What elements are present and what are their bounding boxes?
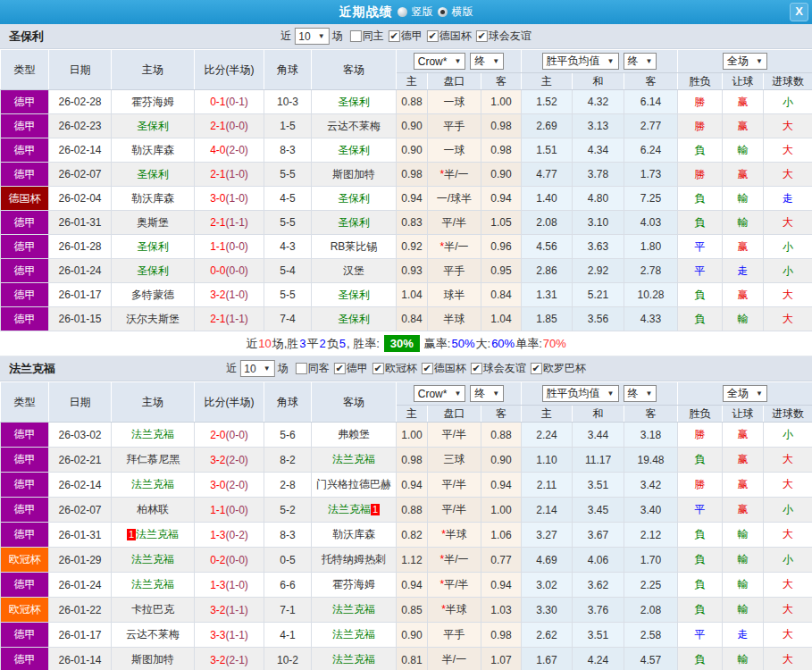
team-label: 柏林联 (137, 503, 169, 515)
league-德国杯-checkbox[interactable]: ✔ (422, 363, 433, 374)
match-count-value: 10 (244, 363, 255, 375)
fulltime-score: 2-1 (210, 168, 225, 180)
handicap-away-odds: 1.03 (481, 598, 522, 623)
odds-source-select[interactable]: Crow*▼ (414, 53, 466, 70)
avg-draw-odds: 3.45 (573, 498, 624, 523)
scope-select[interactable]: 全场▼ (723, 385, 767, 402)
chevron-down-icon: ▼ (454, 389, 461, 398)
home-team-cell: 法兰克福 (112, 423, 195, 448)
corner-cell: 7-4 (264, 307, 312, 331)
handicap-home-odds: 0.90 (397, 114, 428, 138)
avg-home-odds: 4.77 (522, 163, 573, 187)
halftime-score: (1-0) (226, 192, 248, 205)
column-header: 比分(半场) (195, 50, 264, 90)
league-球会友谊-checkbox[interactable]: ✔ (476, 30, 488, 42)
league-德甲-checkbox[interactable]: ✔ (389, 30, 400, 42)
chevron-down-icon: ▼ (454, 57, 461, 65)
league-球会友谊-label: 球会友谊 (483, 361, 526, 376)
handicap-line: 平手 (428, 114, 481, 138)
scope-header: 全场▼ (678, 50, 812, 73)
avg-odds-select[interactable]: 胜平负均值▼ (542, 385, 619, 402)
radio-vertical[interactable] (398, 7, 407, 17)
table-row: 德甲26-01-17云达不莱梅3-3(1-1)4-1法兰克福0.90平手0.98… (1, 623, 812, 648)
summary-text: , 胜率: (347, 336, 380, 352)
column-header: 客场 (312, 382, 397, 423)
match-count-select[interactable]: 10 ▼ (294, 28, 329, 45)
chevron-down-icon: ▼ (264, 364, 271, 373)
handicap-home-odds: 0.93 (397, 259, 428, 283)
handicap-away-odds: 1.04 (481, 307, 522, 331)
summary-text: 平 (307, 336, 319, 352)
table-row: 欧冠杯26-01-22卡拉巴克3-2(1-1)7-1法兰克福0.85*半球1.0… (1, 598, 812, 623)
away-team-cell: 法兰克福 (312, 623, 397, 648)
league-德国杯-checkbox[interactable]: ✔ (427, 30, 439, 42)
column-header: 客 (481, 406, 522, 423)
score-cell: 1-3(1-0) (195, 573, 264, 598)
result-wdl: 負 (678, 307, 723, 331)
handicap-line: *平/半 (428, 573, 481, 598)
avg-stage-select[interactable]: 终▼ (624, 53, 657, 70)
radio-horizontal[interactable] (438, 7, 448, 17)
same-venue-checkbox[interactable] (296, 363, 307, 374)
odds-source-select[interactable]: Crow*▼ (414, 385, 466, 402)
home-team-cell: 圣保利 (112, 163, 195, 187)
home-team-cell: 法兰克福 (112, 548, 195, 573)
handicap-home-odds: 1.00 (397, 423, 428, 448)
odds-stage-select[interactable]: 终▼ (470, 385, 504, 402)
match-count-select[interactable]: 10 ▼ (239, 360, 274, 377)
team-label: 圣保利 (338, 192, 370, 205)
result-wdl: 負 (678, 138, 723, 163)
close-button[interactable]: X (790, 3, 808, 21)
avg-stage-select-value: 终 (628, 54, 639, 69)
score-cell: 2-1(0-0) (195, 114, 264, 138)
league-type-cell: 德甲 (1, 573, 49, 598)
team-label: 托特纳姆热刺 (322, 553, 386, 565)
table-row: 德甲26-03-02法兰克福2-0(0-0)5-6弗赖堡1.00平/半0.882… (1, 423, 812, 448)
column-header: 和 (573, 406, 624, 423)
fulltime-score: 3-2 (210, 604, 225, 616)
home-team-cell: 卡拉巴克 (112, 598, 195, 623)
avg-draw-odds: 11.17 (573, 448, 624, 473)
league-德甲-checkbox[interactable]: ✔ (334, 363, 346, 374)
score-cell: 3-3(1-1) (195, 623, 264, 648)
column-header: 让球 (723, 73, 764, 90)
same-venue-checkbox[interactable] (350, 30, 362, 42)
score-cell: 1-1(0-0) (195, 498, 264, 523)
table-row: 德甲26-02-07圣保利2-1(1-0)5-5斯图加特0.98*半/一0.90… (1, 163, 812, 187)
league-type-cell: 德甲 (1, 90, 49, 114)
score-cell: 3-2(1-0) (195, 283, 264, 307)
result-wdl: 勝 (678, 114, 723, 138)
date-cell: 26-01-29 (49, 548, 112, 573)
league-欧冠杯-checkbox[interactable]: ✔ (373, 363, 384, 374)
handicap-away-odds: 0.95 (481, 259, 522, 283)
avg-draw-odds: 3.56 (573, 307, 624, 331)
league-type-cell: 德甲 (1, 307, 49, 331)
avg-odds-select[interactable]: 胜平负均值▼ (542, 53, 619, 70)
result-goals: 小 (764, 90, 812, 114)
away-team-cell: 霍芬海姆 (312, 573, 397, 598)
date-cell: 26-02-14 (49, 138, 112, 163)
league-欧罗巴杯-checkbox[interactable]: ✔ (531, 363, 542, 374)
league-球会友谊-label: 球会友谊 (489, 29, 532, 44)
handicap-away-odds: 0.77 (481, 548, 522, 573)
team-label: 圣保利 (338, 144, 370, 156)
league-球会友谊-checkbox[interactable]: ✔ (471, 363, 482, 374)
fulltime-score: 2-0 (210, 429, 225, 441)
chevron-down-icon: ▼ (607, 57, 615, 65)
scope-select[interactable]: 全场▼ (723, 53, 767, 70)
avg-draw-odds: 3.51 (573, 473, 624, 498)
team-label: 勒沃库森 (332, 528, 375, 540)
result-handicap: 輸 (723, 548, 764, 573)
odds-stage-select[interactable]: 终▼ (470, 53, 504, 70)
fulltime-score: 3-3 (210, 629, 225, 641)
away-team-cell: 门兴格拉德巴赫 (312, 473, 397, 498)
team-label: 法兰克福 (332, 453, 375, 465)
result-goals: 小 (764, 259, 812, 283)
result-goals: 小 (764, 548, 812, 573)
avg-stage-select[interactable]: 终▼ (624, 385, 657, 402)
corner-cell: 8-3 (264, 138, 312, 163)
table-row: 德甲26-02-14法兰克福3-0(2-0)2-8门兴格拉德巴赫0.94平/半0… (1, 473, 812, 498)
result-handicap: 赢 (723, 498, 764, 523)
corner-cell: 5-4 (264, 259, 312, 283)
fulltime-score: 3-0 (210, 192, 225, 205)
